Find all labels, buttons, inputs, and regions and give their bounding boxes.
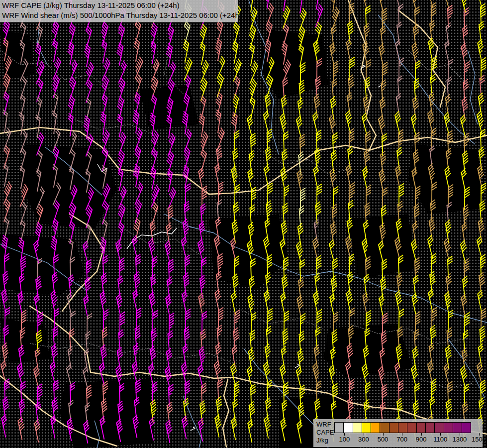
colorbar-cell-3	[362, 422, 371, 433]
map-title-bar: WRF CAPE (J/kg) Thursday 13-11-2025 06:0…	[0, 0, 238, 22]
colorbar-cell-13	[453, 422, 462, 433]
colorbar-tick-label: 100	[339, 436, 350, 443]
weather-map-page: WRF CAPE (J/kg) Thursday 13-11-2025 06:0…	[0, 0, 487, 448]
weather-map-canvas	[0, 0, 487, 448]
cape-legend: WRFCAPEJ/kg100300500700900110013001500	[313, 419, 483, 447]
colorbar-cell-5	[380, 422, 389, 433]
map-title-line2: WRF Wind shear (m/s) 500/1000hPa Thursda…	[2, 10, 236, 20]
colorbar-cell-14	[462, 422, 471, 433]
colorbar-cell-4	[371, 422, 380, 433]
colorbar-tick-label: 300	[358, 436, 369, 443]
colorbar-cell-8	[407, 422, 416, 433]
colorbar-cell-6	[389, 422, 398, 433]
colorbar-cell-7	[398, 422, 407, 433]
colorbar-tick-label: 700	[396, 436, 407, 443]
legend-label-cape: CAPE	[316, 429, 334, 436]
colorbar-tick-label: 1300	[452, 436, 467, 443]
colorbar-cell-11	[434, 422, 444, 433]
cape-colorbar	[335, 422, 471, 433]
colorbar-tick-label: 1100	[433, 436, 447, 443]
legend-label-jkg: J/kg	[316, 437, 328, 444]
colorbar-cell-9	[416, 422, 426, 433]
colorbar-cell-10	[425, 422, 435, 433]
legend-label-wrf: WRF	[316, 421, 331, 428]
colorbar-tick-label: 1500	[472, 436, 486, 443]
colorbar-cell-12	[444, 422, 453, 433]
colorbar-tick-label: 900	[416, 436, 427, 443]
colorbar-tick-label: 500	[378, 436, 389, 443]
colorbar-cell-2	[353, 422, 362, 433]
colorbar-cell-1	[343, 422, 353, 433]
map-svg	[0, 0, 487, 448]
colorbar-cell-0	[334, 422, 344, 433]
map-title-line1: WRF CAPE (J/kg) Thursday 13-11-2025 06:0…	[2, 0, 236, 10]
